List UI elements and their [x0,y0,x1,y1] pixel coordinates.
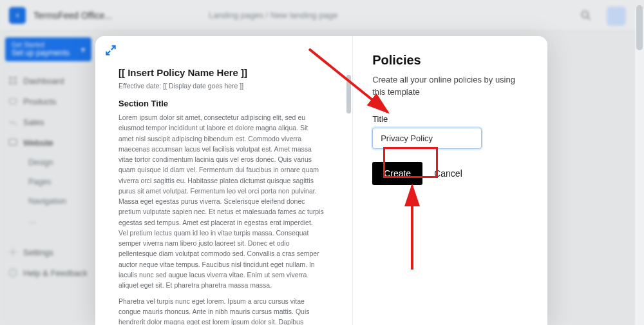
title-input[interactable] [372,128,482,149]
scrollbar-thumb[interactable] [636,5,643,50]
title-label: Title [372,114,522,124]
body-paragraph: Pharetra vel turpis nunc eget lorem. Ips… [118,296,324,325]
body-paragraph: Lorem ipsum dolor sit amet, consectetur … [118,112,324,291]
create-policy-dialog: [[ Insert Policy Name Here ]] Effective … [95,36,547,325]
effective-date: Effective date: [[ Display date goes her… [118,82,324,90]
template-preview-pane: [[ Insert Policy Name Here ]] Effective … [95,36,353,325]
cancel-link[interactable]: Cancel [434,168,462,179]
section-heading: Section Title [118,99,324,108]
dialog-actions: Create Cancel [372,162,522,185]
dialog-form-pane: Policies Create all your online policies… [353,36,547,325]
template-preview-content: [[ Insert Policy Name Here ]] Effective … [95,36,347,325]
dialog-title: Policies [372,53,522,68]
dialog-description: Create all your online policies by using… [372,74,522,99]
policy-title: [[ Insert Policy Name Here ]] [118,67,324,78]
create-button[interactable]: Create [372,162,422,185]
page-scrollbar[interactable] [635,0,644,325]
preview-scrollbar[interactable] [346,75,351,113]
